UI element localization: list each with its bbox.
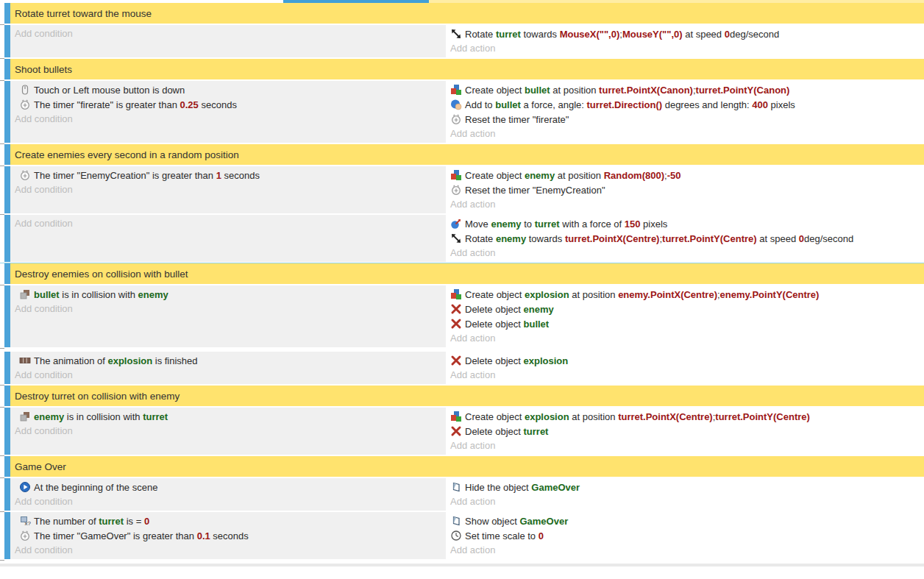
condition-item-text: The number of turret is = 0 — [34, 516, 149, 527]
bottom-scrollbar[interactable] — [0, 564, 924, 566]
condition-item-text: enemy is in collision with turret — [34, 411, 168, 422]
add-action-button[interactable]: Add action — [447, 127, 924, 141]
action-item[interactable]: Rotate turret towards MouseX("",0);Mouse… — [447, 26, 924, 41]
action-item-text: Reset the timer "firerate" — [465, 114, 569, 125]
event-selection-bar[interactable] — [4, 285, 10, 347]
rotate-icon — [450, 28, 462, 40]
action-item[interactable]: Create object explosion at position turr… — [447, 409, 924, 424]
add-action-button[interactable]: Add action — [447, 543, 924, 558]
add-condition-button[interactable]: Add condition — [10, 112, 446, 127]
event-selection-bar[interactable] — [4, 81, 10, 143]
event-selection-bar[interactable] — [4, 478, 10, 511]
event-selection-bar[interactable] — [4, 512, 10, 559]
action-item-text: Rotate turret towards MouseX("",0);Mouse… — [465, 29, 779, 40]
event-group-header[interactable]: Game Over — [0, 456, 924, 477]
event-selection-bar[interactable] — [4, 386, 10, 406]
event-group-header[interactable]: Rotate turret toward the mouse — [0, 3, 924, 24]
actions-column: Create object explosion at position enem… — [447, 285, 924, 347]
add-condition-button[interactable]: Add condition — [10, 368, 446, 383]
add-action-button[interactable]: Add action — [447, 246, 924, 260]
event-selection-bar[interactable] — [4, 25, 10, 57]
visibility-icon — [450, 481, 462, 493]
actions-column: Move enemy to turret with a force of 150… — [447, 215, 924, 262]
timer-icon — [450, 113, 462, 125]
add-condition-button[interactable]: Add condition — [10, 494, 446, 509]
action-item[interactable]: Reset the timer "firerate" — [447, 112, 924, 127]
action-item-text: Create object explosion at position enem… — [465, 289, 819, 300]
create-icon — [450, 288, 462, 300]
condition-item[interactable]: The animation of explosion is finished — [10, 353, 446, 368]
outline-gutter-tick — [0, 215, 4, 262]
conditions-column: Touch or Left mouse button is downThe ti… — [10, 81, 446, 143]
clock-icon — [450, 530, 462, 541]
action-item-text: Create object bullet at position turret.… — [465, 85, 789, 96]
action-item-text: Delete object turret — [465, 426, 548, 437]
action-item[interactable]: Set time scale to 0 — [447, 528, 924, 543]
outline-gutter-tick — [0, 456, 4, 477]
event-group-header[interactable]: Shoot bullets — [0, 59, 924, 79]
condition-item[interactable]: Touch or Left mouse button is down — [10, 82, 446, 97]
event-group-header[interactable]: Destroy enemies on collision with bullet — [0, 263, 924, 284]
add-action-button[interactable]: Add action — [447, 197, 924, 212]
action-item[interactable]: Delete object bullet — [447, 316, 924, 331]
action-item[interactable]: Delete object enemy — [447, 302, 924, 316]
event-selection-bar[interactable] — [4, 144, 10, 165]
action-item-text: Delete object enemy — [465, 304, 554, 315]
condition-item[interactable]: The timer "GameOver" is greater than 0.1… — [10, 528, 446, 543]
actions-column: Create object bullet at position turret.… — [447, 81, 924, 143]
action-item[interactable]: Add to bullet a force, angle: turret.Dir… — [447, 97, 924, 112]
timer-icon — [19, 530, 31, 541]
action-item[interactable]: Delete object explosion — [447, 353, 924, 368]
add-action-button[interactable]: Add action — [447, 331, 924, 346]
add-action-button[interactable]: Add action — [447, 494, 924, 509]
event-row: The animation of explosion is finishedAd… — [0, 352, 924, 384]
action-item[interactable]: Reset the timer "EnemyCreation" — [447, 182, 924, 197]
event-selection-bar[interactable] — [4, 408, 10, 455]
action-item[interactable]: Create object enemy at position Random(8… — [447, 168, 924, 182]
condition-item[interactable]: bullet is in collision with enemy — [10, 287, 446, 302]
actions-column: Hide the object GameOverAdd action — [447, 478, 924, 511]
action-item[interactable]: Rotate enemy towards turret.PointX(Centr… — [447, 231, 924, 246]
condition-item[interactable]: The timer "EnemyCreation" is greater tha… — [10, 168, 446, 182]
action-item[interactable]: Show object GameOver — [447, 514, 924, 528]
event-selection-bar[interactable] — [4, 59, 10, 79]
condition-item[interactable]: The timer "firerate" is greater than 0.2… — [10, 97, 446, 112]
action-item[interactable]: Create object bullet at position turret.… — [447, 82, 924, 97]
timer-icon — [450, 184, 462, 196]
event-group-header[interactable]: Destroy turret on collision with enemy — [0, 386, 924, 406]
condition-item[interactable]: At the beginning of the scene — [10, 480, 446, 494]
delete-icon — [450, 355, 462, 366]
visibility-icon — [450, 515, 462, 527]
event-selection-bar[interactable] — [4, 263, 10, 284]
add-condition-button[interactable]: Add condition — [10, 302, 446, 316]
event-row: At the beginning of the sceneAdd conditi… — [0, 478, 924, 511]
condition-item-text: The timer "firerate" is greater than 0.2… — [34, 99, 237, 110]
event-row: x?The number of turret is = 0The timer "… — [0, 512, 924, 559]
add-action-button[interactable]: Add action — [447, 41, 924, 56]
condition-item[interactable]: x?The number of turret is = 0 — [10, 514, 446, 528]
action-item[interactable]: Delete object turret — [447, 424, 924, 438]
event-group-header[interactable]: Create enemies every second in a random … — [0, 144, 924, 165]
event-selection-bar[interactable] — [4, 215, 10, 262]
event-sheet: Rotate turret toward the mouseAdd condit… — [0, 0, 924, 566]
add-action-button[interactable]: Add action — [447, 368, 924, 383]
add-condition-button[interactable]: Add condition — [10, 26, 446, 41]
event-selection-bar[interactable] — [4, 456, 10, 477]
delete-icon — [450, 318, 462, 330]
group-title: Create enemies every second in a random … — [15, 149, 239, 160]
add-condition-button[interactable]: Add condition — [10, 182, 446, 197]
add-condition-button[interactable]: Add condition — [10, 216, 446, 231]
timer-icon — [19, 99, 31, 110]
add-condition-button[interactable]: Add condition — [10, 424, 446, 438]
action-item[interactable]: Move enemy to turret with a force of 150… — [447, 216, 924, 231]
outline-gutter-tick — [0, 166, 4, 213]
outline-gutter-tick — [0, 59, 4, 79]
add-condition-button[interactable]: Add condition — [10, 543, 446, 558]
event-selection-bar[interactable] — [4, 3, 10, 24]
condition-item[interactable]: enemy is in collision with turret — [10, 409, 446, 424]
add-action-button[interactable]: Add action — [447, 438, 924, 453]
event-selection-bar[interactable] — [4, 166, 10, 213]
event-selection-bar[interactable] — [4, 352, 10, 384]
action-item[interactable]: Hide the object GameOver — [447, 480, 924, 494]
action-item[interactable]: Create object explosion at position enem… — [447, 287, 924, 302]
